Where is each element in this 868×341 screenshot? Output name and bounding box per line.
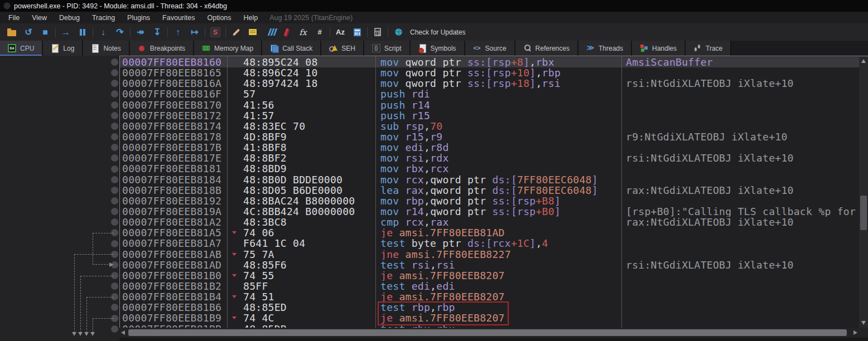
comment-cell[interactable]: rsi:NtGdiXLATEOBJ_iXlate+10 <box>621 153 859 163</box>
scroll-left-arrow-icon[interactable] <box>121 330 125 335</box>
breakpoint-dot[interactable] <box>111 218 118 226</box>
instruction-row[interactable]: 00007FF80EEB816F57push rdi <box>120 89 859 99</box>
comment-cell[interactable] <box>621 324 859 328</box>
comment-cell[interactable] <box>621 249 859 260</box>
comment-cell[interactable] <box>621 142 859 153</box>
breakpoint-dot[interactable] <box>111 197 118 204</box>
disassembly-table[interactable]: 00007FF80EEB816048:895C24 08mov qword pt… <box>119 56 859 328</box>
instruction-row[interactable]: 00007FF80EEB81AD48:85F6test rsi,rsirsi:N… <box>120 260 859 270</box>
bytes-cell[interactable]: 48:895C24 08 <box>227 57 375 67</box>
comment-cell[interactable] <box>621 196 859 206</box>
address-cell[interactable]: 00007FF80EEB81A2 <box>120 217 227 227</box>
disassembly-cell[interactable]: lea rax,qword ptr ds:[7FF80EEC6048] <box>375 185 621 196</box>
column-separator-bytes-disasm[interactable] <box>375 56 376 328</box>
breakpoint-dot[interactable] <box>111 112 118 119</box>
address-cell[interactable]: 00007FF80EEB81AD <box>120 260 227 270</box>
restart-icon[interactable]: ↺ <box>20 26 37 39</box>
instruction-row[interactable]: 00007FF80EEB818148:8BD9mov rbx,rcx <box>120 163 859 174</box>
instruction-row[interactable]: 00007FF80EEB818B48:8D05 B6DE0000lea rax,… <box>120 185 859 196</box>
execute-till-return-icon[interactable]: ↠ <box>132 26 149 39</box>
menu-item-tracing[interactable]: Tracing <box>86 14 121 22</box>
address-cell[interactable]: 00007FF80EEB8184 <box>120 174 227 185</box>
comment-cell[interactable] <box>621 302 859 313</box>
comment-cell[interactable] <box>621 291 859 302</box>
analyze-icon[interactable] <box>278 26 295 39</box>
check-updates-icon[interactable] <box>390 26 407 39</box>
patches-icon[interactable]: S <box>207 26 224 39</box>
address-cell[interactable]: 00007FF80EEB81B4 <box>120 291 227 302</box>
address-cell[interactable]: 00007FF80EEB81B2 <box>120 281 227 291</box>
instruction-row[interactable]: 00007FF80EEB818448:8B0D BDDE0000mov rcx,… <box>120 174 859 185</box>
horizontal-scrollbar[interactable] <box>119 328 859 338</box>
comment-cell[interactable]: rax:NtGdiXLATEOBJ_iXlate+10 <box>621 185 859 196</box>
scroll-down-arrow-icon[interactable] <box>861 321 866 325</box>
disassembly-cell[interactable]: mov r15,r9 <box>375 131 621 142</box>
tab-source[interactable]: <>Source <box>465 41 515 56</box>
comment-cell[interactable] <box>621 281 859 291</box>
breakpoint-dot[interactable] <box>111 154 118 162</box>
breakpoint-dot[interactable] <box>111 80 118 87</box>
tab-memory-map[interactable]: Memory Map <box>194 41 262 56</box>
bytes-cell[interactable]: 4D:8BF9 <box>227 131 375 142</box>
address-cell[interactable]: 00007FF80EEB81B6 <box>120 302 227 313</box>
disassembly-cell[interactable]: mov r14,qword ptr ss:[rsp+B0] <box>375 206 621 217</box>
comment-cell[interactable] <box>621 270 859 281</box>
disassembly-cell[interactable]: je amsi.7FF80EEB8207 <box>375 291 621 302</box>
bytes-cell[interactable]: 41:56 <box>227 100 375 110</box>
run-icon[interactable]: → <box>57 26 74 39</box>
address-cell[interactable]: 00007FF80EEB8174 <box>120 121 227 131</box>
assemble-fx-icon[interactable]: fx <box>295 26 311 39</box>
tab-notes[interactable]: Notes <box>83 41 129 56</box>
instruction-row[interactable]: 00007FF80EEB81BB48:85DBtest rbx,rbx <box>120 324 859 328</box>
instruction-row[interactable]: 00007FF80EEB81B474 51je amsi.7FF80EEB820… <box>120 291 859 302</box>
bytes-cell[interactable]: 48:85F6 <box>227 260 375 270</box>
menu-item-file[interactable]: File <box>2 14 26 22</box>
bytes-cell[interactable]: 41:8BF8 <box>227 142 375 153</box>
menu-item-help[interactable]: Help <box>238 14 264 22</box>
disassembly-cell[interactable]: mov qword ptr ss:[rsp+10],rbp <box>375 67 621 78</box>
address-cell[interactable]: 00007FF80EEB816F <box>120 89 227 99</box>
address-cell[interactable]: 00007FF80EEB816A <box>120 78 227 89</box>
breakpoint-dot[interactable] <box>111 187 118 194</box>
instruction-row[interactable]: 00007FF80EEB817241:57push r15 <box>120 110 859 121</box>
address-cell[interactable]: 00007FF80EEB81A5 <box>120 227 227 238</box>
address-cell[interactable]: 00007FF80EEB81A7 <box>120 238 227 249</box>
address-cell[interactable]: 00007FF80EEB81B9 <box>120 313 227 323</box>
scroll-right-arrow-icon[interactable] <box>853 330 857 335</box>
horizontal-scrollbar-thumb[interactable] <box>128 329 847 336</box>
instruction-row[interactable]: 00007FF80EEB816A48:897424 18mov qword pt… <box>120 78 859 89</box>
bytes-cell[interactable]: 74 51 <box>227 291 375 302</box>
open-file-icon[interactable] <box>3 26 20 39</box>
disassembly-cell[interactable]: test rbp,rbp <box>375 302 621 313</box>
menu-item-plugins[interactable]: Plugins <box>121 14 156 22</box>
comment-cell[interactable]: rsi:NtGdiXLATEOBJ_iXlate+10 <box>621 260 859 270</box>
disassembly-cell[interactable]: test rbx,rbx <box>375 324 621 328</box>
disassembly-cell[interactable]: mov rbx,rcx <box>375 163 621 174</box>
comment-cell[interactable] <box>621 100 859 110</box>
address-cell[interactable]: 00007FF80EEB8160 <box>120 57 227 67</box>
column-separator-address-bytes[interactable] <box>227 56 228 328</box>
breakpoint-dot[interactable] <box>111 165 118 173</box>
comment-cell[interactable]: rax:NtGdiXLATEOBJ_iXlate+10 <box>621 217 859 227</box>
disassembly-cell[interactable]: push rdi <box>375 89 621 99</box>
breakpoint-dot[interactable] <box>111 101 118 109</box>
instruction-row[interactable]: 00007FF80EEB81784D:8BF9mov r15,r9r9:NtGd… <box>120 131 859 142</box>
comment-cell[interactable] <box>621 313 859 323</box>
disassembly-cell[interactable]: mov rcx,qword ptr ds:[7FF80EEC6048] <box>375 174 621 185</box>
address-cell[interactable]: 00007FF80EEB818B <box>120 185 227 196</box>
instruction-row[interactable]: 00007FF80EEB81A7F641 1C 04test byte ptr … <box>120 238 859 249</box>
bytes-cell[interactable]: 48:85ED <box>227 302 375 313</box>
comment-cell[interactable] <box>621 238 859 249</box>
comment-cell[interactable] <box>621 89 859 99</box>
instruction-row[interactable]: 00007FF80EEB819A4C:8BB424 B0000000mov r1… <box>120 206 859 217</box>
bytes-cell[interactable]: 48:8BD9 <box>227 163 375 174</box>
address-cell[interactable]: 00007FF80EEB8192 <box>120 196 227 206</box>
disassembly-cell[interactable]: je amsi.7FF80EEB8207 <box>375 313 621 323</box>
comment-cell[interactable] <box>621 163 859 174</box>
tab-log[interactable]: Log <box>43 41 83 56</box>
bytes-cell[interactable]: 85FF <box>227 281 375 291</box>
breakpoint-dot[interactable] <box>111 176 118 183</box>
disassembly-cell[interactable]: sub rsp,70 <box>375 121 621 131</box>
tab-seh[interactable]: SEH <box>321 41 364 56</box>
comment-cell[interactable] <box>621 110 859 121</box>
